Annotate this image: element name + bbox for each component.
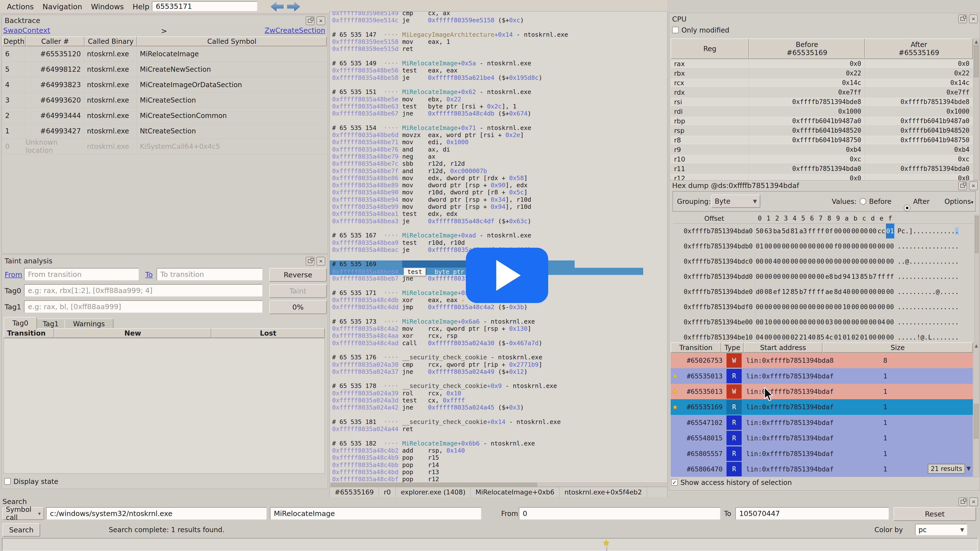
menu-item[interactable]: Windows bbox=[91, 2, 132, 11]
disasm-line[interactable]: # 65 535 176 ···· __security_check_cooki… bbox=[330, 354, 667, 361]
float-panel-icon[interactable] bbox=[306, 257, 315, 265]
results-badge-chevron-icon[interactable]: ▼ bbox=[967, 465, 971, 472]
hex-byte[interactable]: bd bbox=[834, 269, 843, 284]
hex-byte[interactable]: b7 bbox=[799, 284, 808, 299]
hex-byte[interactable]: 00 bbox=[842, 314, 851, 329]
backtrace-row[interactable]: 6 #65535120 ntoskrnl.exe MiRelocateImage bbox=[2, 46, 327, 62]
only-modified-checkbox[interactable] bbox=[672, 27, 679, 33]
taint-percent-button[interactable]: 0% bbox=[269, 300, 327, 314]
hex-byte[interactable]: 00 bbox=[808, 314, 816, 329]
close-panel-icon[interactable]: ✕ bbox=[317, 16, 325, 25]
hex-byte[interactable]: 00 bbox=[808, 269, 816, 284]
column-header[interactable]: Type bbox=[721, 343, 744, 353]
disasm-line[interactable]: 0xfffff8035a48be7c sbb r12d, r12d bbox=[330, 160, 667, 167]
hex-byte[interactable]: 00 bbox=[877, 299, 886, 314]
hex-byte[interactable]: 00 bbox=[869, 284, 877, 299]
hex-byte[interactable]: 00 bbox=[842, 239, 851, 254]
disasm-line[interactable]: 0xfffff8035a48be90 mov r10d, dword ptr [… bbox=[330, 189, 667, 196]
scroll-up-icon[interactable]: ▲ bbox=[974, 343, 979, 348]
disasm-line[interactable]: 0xfffff8035a48be58 je 0xfffff8035a621be4… bbox=[330, 74, 667, 81]
hex-byte[interactable]: 40 bbox=[773, 254, 781, 269]
hex-byte[interactable]: 00 bbox=[816, 239, 825, 254]
hex-byte[interactable]: 00 bbox=[869, 224, 877, 238]
disasm-line[interactable]: # 65 535 173 ···· MiRelocateImage+0x6a6 … bbox=[330, 318, 667, 325]
hex-byte[interactable]: 00 bbox=[877, 254, 886, 269]
show-access-history-checkbox[interactable]: ✓ bbox=[671, 479, 678, 486]
hex-byte[interactable]: 10 bbox=[842, 299, 851, 314]
disasm-line[interactable]: 0xfffff8035a48be67 jne 0xfffff8035a48c4d… bbox=[330, 110, 667, 117]
access-row[interactable]: #65548015Rlin:0xffffb7851394bdaf1 bbox=[671, 430, 973, 446]
disasm-line[interactable] bbox=[330, 346, 667, 354]
disasm-line[interactable]: 0xfffff8035a48be63 test byte ptr [rsi + … bbox=[330, 103, 667, 110]
hex-byte[interactable]: 00 bbox=[886, 314, 895, 329]
taint-to-input[interactable] bbox=[156, 268, 263, 281]
register-row[interactable]: rbx 0x22 0x22 bbox=[671, 68, 973, 78]
hex-byte[interactable]: 00 bbox=[851, 254, 860, 269]
close-panel-icon[interactable]: ✕ bbox=[969, 181, 978, 190]
hex-byte[interactable]: 50 bbox=[756, 224, 764, 238]
hex-byte[interactable]: 00 bbox=[764, 254, 773, 269]
hex-byte[interactable]: 00 bbox=[773, 239, 781, 254]
disasm-line[interactable] bbox=[330, 52, 667, 60]
scrollbar-thumb[interactable] bbox=[974, 404, 979, 439]
hex-byte[interactable]: 00 bbox=[834, 314, 843, 329]
grouping-dropdown[interactable]: Byte▼ bbox=[711, 195, 760, 208]
access-row[interactable]: #65806470Rlin:0xffffb7851394bdaf1 bbox=[671, 461, 973, 477]
hex-byte[interactable]: 00 bbox=[799, 314, 808, 329]
hex-byte[interactable]: 01 bbox=[886, 224, 895, 238]
column-header[interactable]: Called Binary bbox=[84, 37, 137, 46]
vertical-scrollbar[interactable] bbox=[974, 215, 979, 343]
disasm-line[interactable]: # 65 535 182 ···· MiRelocateImage+0x6b6 … bbox=[330, 440, 667, 447]
menu-item[interactable]: Actions bbox=[7, 2, 43, 11]
video-play-button[interactable] bbox=[466, 248, 548, 303]
hex-byte[interactable]: 00 bbox=[808, 254, 816, 269]
disasm-line[interactable] bbox=[330, 411, 667, 418]
disasm-line[interactable]: 0xfffff8035a48be86 mov edx, dword ptr [r… bbox=[330, 175, 667, 182]
tag1-input[interactable] bbox=[24, 300, 263, 313]
hex-byte[interactable]: 00 bbox=[790, 299, 799, 314]
hex-byte[interactable]: cc bbox=[877, 224, 886, 238]
hex-byte[interactable]: 00 bbox=[764, 269, 773, 284]
column-header[interactable]: Start address bbox=[744, 343, 822, 353]
register-row[interactable]: rsp 0xffffb6041b948520 0xffffb6041b94852… bbox=[671, 126, 973, 135]
values-after-radio[interactable] bbox=[904, 205, 910, 211]
disasm-line[interactable]: 0xfffff8035a48be5e mov ebx, 0x22 bbox=[330, 96, 667, 103]
disasm-line[interactable]: 0xfffff80359ee515d ret bbox=[330, 45, 667, 52]
hex-byte[interactable]: 01 bbox=[756, 239, 764, 254]
column-header[interactable]: Size bbox=[822, 343, 973, 353]
hex-byte[interactable]: 00 bbox=[886, 284, 895, 299]
hex-byte[interactable]: 00 bbox=[799, 239, 808, 254]
hex-byte[interactable]: 00 bbox=[851, 224, 860, 238]
register-row[interactable]: r9 0xb4 0xb4 bbox=[671, 145, 973, 154]
reset-button[interactable]: Reset bbox=[894, 507, 976, 521]
hex-row[interactable]: 0xffffb7851394bdc00000400000000000000000… bbox=[673, 254, 974, 269]
column-header[interactable]: Transition bbox=[671, 343, 721, 353]
hex-byte[interactable]: 00 bbox=[842, 224, 851, 238]
hex-byte[interactable]: ef bbox=[773, 284, 781, 299]
hex-byte[interactable]: 00 bbox=[773, 314, 781, 329]
close-panel-icon[interactable]: ✕ bbox=[317, 257, 325, 265]
hex-byte[interactable]: ff bbox=[808, 224, 816, 238]
hex-byte[interactable]: 00 bbox=[799, 254, 808, 269]
search-to-input[interactable] bbox=[735, 507, 889, 520]
hex-byte[interactable]: ff bbox=[816, 284, 825, 299]
float-panel-icon[interactable] bbox=[958, 181, 967, 190]
scroll-up-icon[interactable]: ▲ bbox=[974, 39, 979, 44]
backtrace-row[interactable]: 2 #64993444 ntoskrnl.exe MiCreateSection… bbox=[2, 108, 327, 123]
column-header[interactable]: Lost bbox=[212, 328, 325, 338]
hex-byte[interactable]: 13 bbox=[851, 269, 860, 284]
disasm-line[interactable]: # 65 535 151 ···· MiRelocateImage+0x62 -… bbox=[330, 88, 667, 95]
disasm-line[interactable] bbox=[330, 433, 667, 440]
hex-byte[interactable]: 00 bbox=[756, 314, 764, 329]
hex-byte[interactable]: 00 bbox=[764, 239, 773, 254]
hex-byte[interactable]: 00 bbox=[799, 299, 808, 314]
hex-byte[interactable]: 00 bbox=[834, 224, 843, 238]
disasm-line[interactable]: 0xfffff8035a48c4bd pop r13 bbox=[330, 468, 667, 476]
disasm-line[interactable]: 0xfffff8035a48be56 test eax, eax bbox=[330, 67, 667, 74]
register-row[interactable]: rcx 0x14c 0x14c bbox=[671, 78, 973, 87]
disasm-line[interactable]: 0xfffff8035a48c4b9 pop r15 bbox=[330, 454, 667, 461]
hex-byte[interactable]: 03 bbox=[825, 314, 834, 329]
register-row[interactable]: r8 0xffffb6041b948750 0xffffb6041b948750 bbox=[671, 135, 973, 145]
hex-byte[interactable]: ff bbox=[886, 269, 895, 284]
column-header[interactable]: Before#65535169 bbox=[749, 38, 865, 59]
